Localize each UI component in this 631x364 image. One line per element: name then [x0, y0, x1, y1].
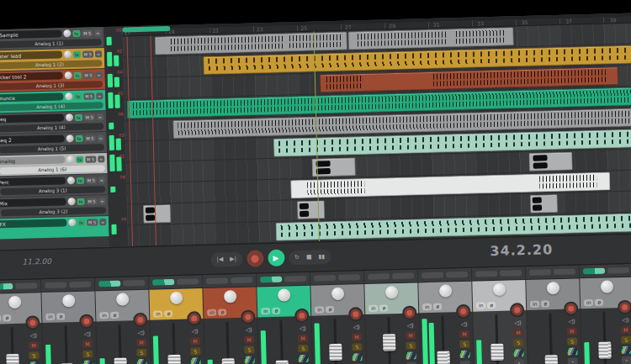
track-row[interactable]: FX fx M S ≈ — [0, 216, 109, 240]
phase-button[interactable]: ø — [433, 303, 442, 310]
fx-button[interactable]: fx — [72, 29, 80, 36]
pan-knob[interactable] — [64, 50, 72, 58]
mixer-strip[interactable]: in ø ◁) M S • × — [203, 273, 259, 364]
track-row[interactable]: Perc fx M S ≈ Analog 3 (1) — [0, 174, 108, 198]
mute-button[interactable]: M — [406, 331, 416, 339]
track-row[interactable]: 2 Sample fx M S ≈ Analog 1 (1) — [0, 27, 104, 50]
mute-button[interactable]: M — [298, 335, 308, 342]
input-button[interactable]: in — [261, 308, 271, 314]
routing-button[interactable] — [621, 346, 631, 354]
envelope-button[interactable]: ≈ — [97, 113, 103, 120]
stop-button[interactable]: ■ — [306, 254, 312, 261]
track-row[interactable]: Bounce fx M S ≈ Analog 1 (4) — [0, 90, 106, 113]
fader-handle[interactable] — [437, 351, 450, 364]
mute-button[interactable]: M — [244, 336, 254, 344]
mixer-strip[interactable]: in ø ◁) M S • × — [95, 277, 151, 364]
audio-clip[interactable] — [143, 204, 172, 224]
fx-slot-button[interactable] — [15, 282, 37, 289]
solo-button[interactable]: S — [190, 347, 200, 355]
mute-button[interactable]: M — [513, 329, 523, 336]
fader-handle[interactable] — [490, 344, 504, 361]
pan-knob[interactable] — [223, 290, 236, 303]
fader-track[interactable] — [333, 319, 338, 364]
send-slot-button[interactable] — [260, 277, 282, 283]
pan-knob[interactable] — [68, 219, 76, 226]
track-lanes[interactable] — [123, 23, 631, 246]
fader-track[interactable] — [387, 317, 392, 364]
send-slot-button[interactable] — [368, 273, 390, 280]
mixer-strip[interactable]: in ø ◁) M S • × — [41, 277, 98, 364]
pan-knob[interactable] — [169, 292, 182, 304]
mixer-strip[interactable]: in ø ◁) M S • × — [364, 269, 421, 364]
routing-button[interactable] — [513, 349, 523, 356]
routing-button[interactable] — [191, 357, 201, 364]
solo-button[interactable]: S — [244, 346, 254, 354]
mute-button[interactable]: M — [29, 341, 39, 349]
fader-track[interactable] — [549, 313, 554, 364]
mute-solo-buttons[interactable]: M S — [82, 29, 93, 36]
fx-button[interactable]: fx — [76, 135, 83, 141]
go-to-start-button[interactable]: |◀ — [216, 256, 223, 262]
mute-button[interactable]: M — [136, 339, 146, 346]
fader-track[interactable] — [441, 316, 446, 364]
solo-button[interactable]: S — [29, 351, 39, 359]
fader-handle[interactable] — [383, 334, 396, 351]
input-button[interactable]: in — [45, 314, 56, 320]
phase-button[interactable]: ø — [541, 300, 549, 307]
fx-button[interactable]: fx — [77, 198, 85, 204]
mixer-strip[interactable]: in ø ◁) M S • × — [0, 279, 44, 364]
envelope-button[interactable]: ≈ — [98, 198, 105, 204]
fx-button[interactable]: fx — [73, 50, 81, 57]
envelope-button[interactable]: ≈ — [94, 29, 101, 36]
phase-button[interactable]: ø — [487, 302, 496, 309]
time-display[interactable]: 34.2.20 — [490, 241, 553, 259]
pan-knob[interactable] — [277, 288, 289, 301]
audio-clip[interactable] — [347, 27, 514, 50]
fader-track[interactable] — [11, 327, 16, 364]
mute-button[interactable]: M — [621, 326, 631, 334]
send-slot-button[interactable] — [314, 275, 336, 282]
track-name[interactable]: kicker tool 2 — [0, 71, 63, 81]
fx-button[interactable]: fx — [74, 71, 82, 78]
pan-knob[interactable] — [65, 92, 72, 100]
fader-track[interactable] — [495, 314, 500, 364]
solo-button[interactable]: S — [406, 341, 416, 349]
fader-track[interactable] — [602, 312, 607, 364]
play-button[interactable]: ▶ — [268, 250, 285, 267]
routing-button[interactable] — [406, 351, 416, 359]
fx-slot-button[interactable] — [69, 282, 91, 288]
envelope-button[interactable]: ≈ — [97, 135, 103, 141]
phase-button[interactable]: ø — [595, 299, 603, 306]
solo-button[interactable]: S — [82, 351, 93, 358]
solo-button[interactable]: S — [513, 339, 523, 346]
envelope-button[interactable]: ≈ — [98, 177, 105, 183]
mute-button[interactable]: M — [352, 333, 362, 340]
pan-mode-button[interactable]: • — [622, 356, 631, 364]
pan-knob[interactable] — [66, 156, 74, 163]
pan-knob[interactable] — [331, 288, 343, 300]
mute-solo-buttons[interactable]: M S — [83, 92, 94, 99]
audio-clip[interactable] — [154, 32, 347, 55]
fader-track[interactable] — [118, 324, 123, 364]
mute-button[interactable]: M — [190, 337, 200, 345]
track-row[interactable]: kicker tool 2 fx M S ≈ Analog 1 (3) — [0, 69, 105, 92]
envelope-button[interactable]: ≈ — [95, 50, 102, 57]
mixer-strip[interactable]: in ø ◁) M S • × — [472, 266, 528, 364]
mixer-strip[interactable]: in ø ◁) M S • × — [418, 268, 475, 364]
mixer-strip[interactable]: in ø ◁) M S • × — [526, 265, 582, 364]
envelope-button[interactable]: ≈ — [98, 156, 104, 162]
track-name[interactable]: 2 Sample — [0, 29, 62, 39]
send-slot-button[interactable] — [0, 283, 13, 290]
mute-button[interactable]: M — [567, 327, 577, 335]
envelope-button[interactable]: ≈ — [96, 92, 103, 99]
phase-button[interactable]: ø — [273, 308, 281, 314]
solo-button[interactable]: S — [352, 343, 362, 351]
fx-slot-button[interactable] — [338, 274, 360, 281]
pan-knob[interactable] — [62, 294, 75, 307]
mixer-strip[interactable]: in ø ◁) M S • × — [310, 271, 367, 364]
routing-button[interactable] — [459, 351, 469, 358]
input-button[interactable]: in — [584, 299, 594, 306]
track-name[interactable]: Perc — [0, 177, 66, 186]
routing-button[interactable] — [83, 361, 93, 364]
pan-knob[interactable] — [116, 293, 129, 305]
